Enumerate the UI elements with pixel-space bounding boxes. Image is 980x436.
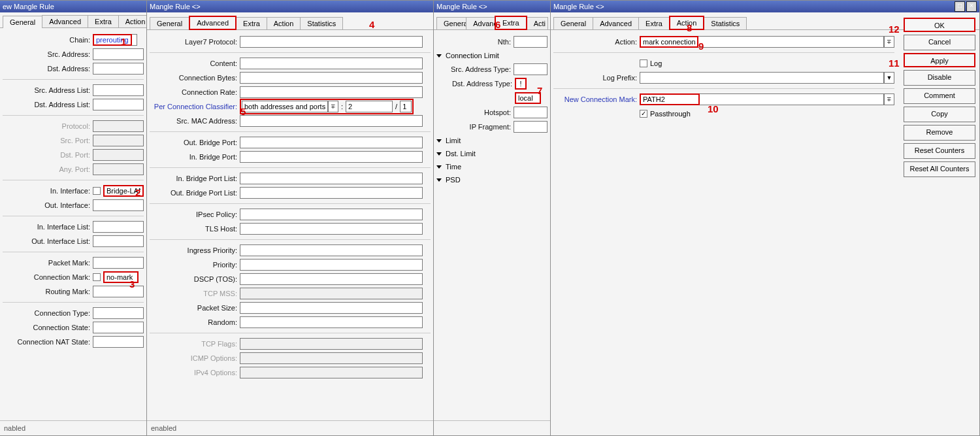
tls-input[interactable] [240, 223, 423, 235]
conntype-input[interactable] [93, 307, 144, 319]
tab-action[interactable]: Action [267, 17, 301, 29]
cancel-button[interactable]: Cancel [904, 35, 975, 50]
comment-button[interactable]: Comment [904, 88, 975, 104]
action-spacer[interactable] [698, 36, 884, 48]
pktmark-input[interactable] [93, 257, 144, 269]
tab-general[interactable]: General [553, 17, 593, 29]
section-dstlimit[interactable]: Dst. Limit [436, 148, 547, 159]
pcc-slash: / [393, 103, 400, 110]
maximize-icon[interactable]: □ [955, 1, 965, 12]
pcc-a[interactable] [346, 101, 393, 112]
ibpl-input[interactable] [240, 173, 423, 184]
caret-down-icon [436, 139, 442, 143]
ncm-spacer[interactable] [700, 93, 884, 105]
separator [3, 79, 144, 80]
hotspot-input[interactable] [514, 107, 547, 118]
time-label: Time [446, 163, 461, 171]
nth-input[interactable] [514, 36, 547, 48]
l7-input[interactable] [240, 36, 423, 48]
iniface-not[interactable] [93, 187, 101, 195]
proto-input[interactable] [93, 120, 144, 132]
section-limit[interactable]: Limit [436, 135, 547, 146]
pcc-b[interactable] [400, 101, 412, 112]
tab-statistics[interactable]: Statistics [704, 17, 747, 29]
ncm-dd[interactable]: ∓ [884, 93, 894, 105]
passthrough-checkbox[interactable]: ✓ [640, 110, 647, 118]
separator [553, 52, 894, 53]
connnat-input[interactable] [93, 336, 144, 348]
dstaddr-input[interactable] [93, 63, 144, 75]
titlebar: Mangle Rule <> □× [551, 1, 979, 12]
dscp-input[interactable] [240, 273, 423, 285]
disable-button[interactable]: Disable [904, 70, 975, 86]
tab-advanced[interactable]: Advanc [466, 17, 495, 29]
srcmac-input[interactable] [240, 115, 423, 127]
tab-advanced[interactable]: Advanced [189, 16, 237, 30]
dstaddrlist-input[interactable] [93, 99, 144, 110]
section-time[interactable]: Time [436, 161, 547, 173]
connlimit-label: Connection Limit [446, 52, 499, 59]
remove-button[interactable]: Remove [904, 125, 975, 141]
priority-input[interactable] [240, 259, 423, 271]
routemark-input[interactable] [93, 286, 144, 297]
ibp-input[interactable] [240, 151, 423, 163]
tab-advanced[interactable]: Advanced [593, 17, 639, 29]
ipfrag-input[interactable] [514, 121, 547, 133]
separator [3, 115, 144, 116]
srcaddr-input[interactable] [93, 48, 144, 60]
dstaddrtype-not[interactable] [515, 78, 527, 90]
tab-general[interactable]: General [436, 17, 466, 29]
tab-general[interactable]: General [3, 16, 42, 28]
tab-action[interactable]: Acti [527, 17, 548, 29]
obp-input[interactable] [240, 137, 423, 148]
body-b: Layer7 Protocol: Content: Connection Byt… [147, 30, 433, 384]
mss-label: TCP MSS: [150, 290, 240, 297]
inifacelist-label: In. Interface List: [3, 223, 93, 231]
section-connlimit[interactable]: Connection Limit [436, 50, 547, 61]
action-input[interactable] [640, 36, 698, 48]
tab-advanced[interactable]: Advanced [42, 15, 88, 27]
reset-counters-button[interactable]: Reset Counters [904, 143, 975, 159]
connmark-not[interactable] [93, 273, 101, 281]
tab-extra[interactable]: Extra [88, 15, 119, 27]
tab-statistics[interactable]: Statistics [300, 17, 343, 29]
tab-extra[interactable]: Extra [236, 17, 267, 29]
pcc-mode-dd[interactable]: ∓ [328, 101, 338, 112]
logprefix-label: Log Prefix: [553, 74, 640, 82]
connstate-input[interactable] [93, 322, 144, 333]
apply-button[interactable]: Apply [904, 53, 975, 67]
footer-c [434, 420, 550, 435]
connrate-input[interactable] [240, 86, 423, 98]
pktsize-input[interactable] [240, 302, 423, 314]
outifacelist-input[interactable] [93, 235, 144, 247]
obpl-input[interactable] [240, 187, 423, 199]
connbytes-input[interactable] [240, 72, 423, 84]
outiface-input[interactable] [93, 199, 144, 211]
dstlimit-label: Dst. Limit [446, 150, 476, 158]
log-checkbox[interactable] [640, 59, 647, 67]
content-input[interactable] [240, 58, 423, 69]
panel-general: ew Mangle Rule General Advanced Extra Ac… [0, 0, 147, 436]
close-icon[interactable]: × [966, 1, 977, 12]
chain-label: Chain: [3, 36, 93, 44]
copy-button[interactable]: Copy [904, 107, 975, 122]
srcaddrlist-input[interactable] [93, 84, 144, 96]
pcc-mode[interactable] [242, 101, 328, 112]
ncm-input[interactable] [640, 93, 700, 105]
logprefix-input[interactable] [640, 72, 884, 84]
inifacelist-input[interactable] [93, 221, 144, 233]
reset-all-counters-button[interactable]: Reset All Counters [904, 161, 975, 177]
anyport-input [93, 163, 144, 175]
chain-extra[interactable] [132, 34, 137, 46]
tab-general[interactable]: General [150, 17, 189, 29]
srcaddrtype-input[interactable] [514, 63, 547, 75]
logprefix-dd[interactable]: ▼ [884, 72, 894, 84]
ingress-input[interactable] [240, 244, 423, 256]
action-dd[interactable]: ∓ [884, 36, 894, 48]
random-input[interactable] [240, 316, 423, 328]
ipsec-input[interactable] [240, 209, 423, 220]
ipsec-label: IPsec Policy: [150, 210, 240, 218]
section-psd[interactable]: PSD [436, 174, 547, 186]
tab-extra[interactable]: Extra [638, 17, 670, 29]
ok-button[interactable]: OK [904, 18, 975, 32]
